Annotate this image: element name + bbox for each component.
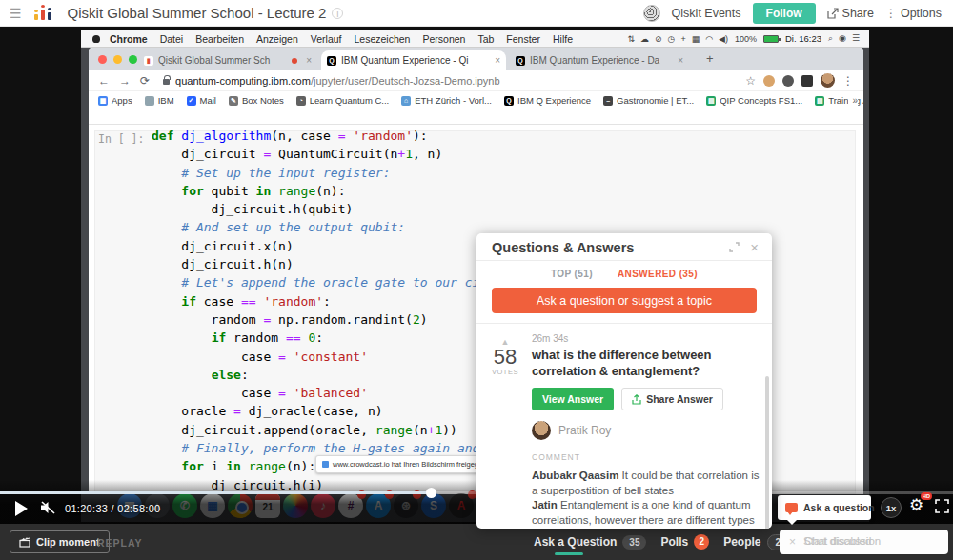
extension-icon[interactable] <box>782 75 794 87</box>
bottom-tab-label: Polls <box>660 535 688 549</box>
chrome-menu-icon[interactable]: ⋮ <box>842 74 854 88</box>
share-answer-button[interactable]: Share Answer <box>621 388 723 410</box>
macos-menu-item[interactable]: Hilfe <box>553 33 573 45</box>
code-token: : <box>315 330 323 345</box>
question-item: ▲ 58 VOTES 26m 34s what is the differenc… <box>476 324 772 529</box>
bookmark-item[interactable]: ✓Mail <box>187 95 216 106</box>
bookmark-favicon: – <box>603 96 613 106</box>
lock-icon <box>163 79 170 85</box>
bookmark-favicon: Q <box>504 96 514 106</box>
close-icon[interactable]: × <box>750 241 759 253</box>
extension-icon[interactable] <box>763 75 775 87</box>
playhead-handle[interactable] <box>426 488 436 498</box>
menu-icon[interactable]: ☰ <box>10 6 22 21</box>
forward-icon[interactable]: → <box>119 74 131 88</box>
code-token: case <box>196 294 241 309</box>
chat-input-disabled[interactable]: × Start discussionChat disabled <box>780 530 948 554</box>
bottom-tab-polls[interactable]: Polls2 <box>660 524 709 560</box>
chrome-profile-avatar[interactable] <box>821 73 835 88</box>
reload-icon[interactable]: ⟳ <box>140 74 150 88</box>
fullscreen-icon[interactable] <box>935 499 949 513</box>
status-icon[interactable]: ◉ <box>839 33 846 44</box>
macos-menu-item[interactable]: Tab <box>477 33 494 45</box>
macos-menu-item[interactable]: Lesezeichen <box>355 33 411 45</box>
code-token: (n <box>413 423 428 437</box>
tab-close-icon[interactable]: × <box>678 55 683 66</box>
code-token: , n) <box>413 147 442 161</box>
play-button[interactable] <box>15 501 28 516</box>
code-token: # Set up the input register: <box>152 166 390 180</box>
bookmark-item[interactable]: IBM <box>145 95 174 106</box>
new-tab-button[interactable]: + <box>706 51 714 66</box>
code-token: range <box>375 423 413 437</box>
bookmark-item[interactable]: ✎Box Notes <box>229 95 284 106</box>
status-icon[interactable]: ⌕ <box>828 33 833 44</box>
qa-scrollbar[interactable] <box>765 376 769 529</box>
browser-tab[interactable]: QIBM Quantum Experience - Qi× <box>321 50 506 70</box>
channel-name[interactable]: Qiskit Events <box>672 7 741 20</box>
header-actions: Qiskit Events Follow Share ⋮ Options <box>643 3 953 24</box>
back-icon[interactable]: ← <box>98 74 110 88</box>
bookmark-favicon: ◔ <box>296 96 306 106</box>
status-icon: ◷ <box>668 34 676 44</box>
share-button[interactable]: Share <box>827 7 874 20</box>
macos-menu-item[interactable]: Datei <box>160 33 184 45</box>
comment-author[interactable]: Jatin <box>532 499 558 510</box>
browser-tab[interactable]: QIBM Quantum Experience - Da× <box>510 50 689 70</box>
bookmark-item[interactable]: ▤QIP Concepts FS1... <box>706 95 802 106</box>
mute-icon[interactable] <box>40 500 56 515</box>
tab-close-icon[interactable]: × <box>495 55 500 66</box>
macos-menu-item[interactable]: Personen <box>422 33 465 45</box>
count-badge: 2 <box>694 534 709 550</box>
bookmark-label: IBM <box>158 95 174 106</box>
bookmark-star-icon[interactable]: ☆ <box>745 74 756 88</box>
page-title: Qiskit Global Summer School - Lecture 2 <box>68 5 327 21</box>
options-button[interactable]: ⋮ Options <box>885 7 942 20</box>
ask-question-button[interactable]: Ask a question or suggest a topic <box>492 288 757 313</box>
playback-speed-button[interactable]: 1x <box>881 497 902 518</box>
bookmark-item[interactable]: –Gastronomie | ET... <box>603 95 694 106</box>
macos-menu-item[interactable]: Fenster <box>506 33 540 45</box>
comment-author[interactable]: Abubakr Qaasim <box>532 470 618 481</box>
code-token: dj_algorithm <box>181 129 271 143</box>
status-icon: ◠ <box>705 34 713 44</box>
code-token: np.random.randint( <box>271 312 413 327</box>
extension-icon[interactable] <box>801 75 813 87</box>
tab-close-icon[interactable]: × <box>306 55 312 66</box>
channel-avatar[interactable] <box>643 5 660 22</box>
bookmark-item[interactable]: ◔Learn Quantum C... <box>296 95 389 106</box>
code-token: for <box>181 459 203 473</box>
code-token: 2 <box>413 312 420 327</box>
url-text[interactable]: quantum-computing.ibm.com/jupyter/user/D… <box>175 75 500 87</box>
tab-favicon: Q <box>327 56 336 66</box>
bookmarks-bar: ▦AppsIBM✓Mail✎Box Notes◔Learn Quantum C.… <box>89 91 863 110</box>
bookmark-item[interactable]: ⌂ETH Zürich - Vorl... <box>401 95 492 106</box>
code-token: 'balanced' <box>294 386 368 400</box>
status-icon[interactable]: ☰ <box>852 33 860 44</box>
view-answer-button[interactable]: View Answer <box>532 388 614 410</box>
close-icon[interactable]: × <box>789 535 796 549</box>
info-icon[interactable]: i <box>332 8 343 19</box>
macos-menu-item[interactable]: Chrome <box>110 33 148 45</box>
qa-tab-answered[interactable]: ANSWERED (35) <box>618 269 698 279</box>
code-token: (n): <box>315 184 345 198</box>
follow-button[interactable]: Follow <box>753 3 816 24</box>
window-controls[interactable] <box>98 55 137 64</box>
macos-status-icons: ⇅☁⊘◷+▦◠◀) 100% Di. 16:23 ⌕◉☰ <box>627 33 869 44</box>
bookmarks-overflow-icon[interactable]: » <box>848 95 858 106</box>
macos-menu-item[interactable]: Verlauf <box>311 33 342 45</box>
macos-menu-item[interactable]: Anzeigen <box>256 33 298 45</box>
clip-moment-button[interactable]: Clip moment <box>10 530 110 553</box>
browser-tab[interactable]: ▮Qiskit Global Summer Sch× <box>138 50 317 70</box>
bookmark-item[interactable]: QIBM Q Experience <box>504 95 591 106</box>
bottom-tab-ask-a-question[interactable]: Ask a Question35 <box>534 524 646 560</box>
menubar-clock: Di. 16:23 <box>785 33 821 44</box>
expand-icon[interactable] <box>729 242 740 252</box>
author-avatar[interactable] <box>532 421 551 440</box>
code-line: dj_circuit = QuantumCircuit(n+1, n) <box>152 145 547 163</box>
macos-menu-item[interactable]: Bearbeiten <box>195 33 244 45</box>
author-name[interactable]: Pratik Roy <box>558 424 611 437</box>
ask-question-tooltip-button[interactable]: Ask a question <box>778 495 871 520</box>
qa-tab-top[interactable]: TOP (51) <box>551 269 593 279</box>
bookmark-item[interactable]: ▦Apps <box>98 95 132 106</box>
